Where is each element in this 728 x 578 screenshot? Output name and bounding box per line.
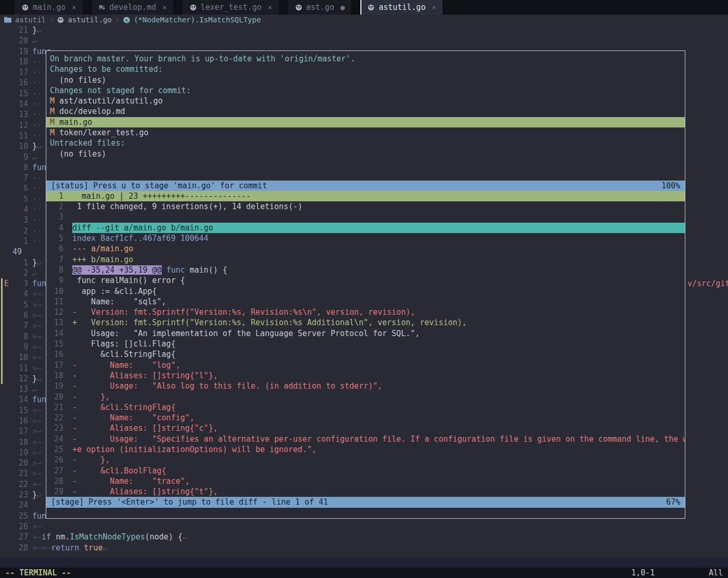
diff-line: 3	[46, 212, 685, 222]
diff-preview-window[interactable]: 1 main.go | 23 +++++++++--------------2 …	[46, 191, 685, 497]
text-segment: ↵	[37, 490, 42, 499]
text-segment: ↵	[32, 36, 37, 45]
line-text: »—	[28, 332, 42, 341]
text-segment: - Name: "config",	[72, 413, 194, 422]
text-segment	[162, 265, 166, 275]
text-segment: true	[84, 543, 102, 553]
line-text: »—	[28, 342, 42, 352]
text-segment: »—	[32, 522, 42, 531]
diff-line-number: 4	[46, 223, 63, 233]
statusline: astutil.go	[0, 557, 728, 568]
text-segment: main() {	[185, 265, 227, 275]
diff-line: 4diff --git a/main.go b/main.go	[46, 223, 685, 233]
text-segment: »—	[32, 438, 42, 447]
text-segment: return	[51, 543, 84, 553]
git-status-row	[46, 170, 685, 180]
line-text: »—	[28, 416, 42, 426]
git-change-bar	[1, 300, 3, 310]
diff-line-text: - Aliases: []string{"c"},	[72, 423, 685, 433]
line-number: 15	[11, 88, 28, 99]
line-number: 5	[11, 300, 28, 310]
line-text: ↵	[28, 384, 37, 394]
folder-icon	[4, 17, 11, 23]
text-segment: »—	[32, 458, 42, 468]
close-icon[interactable]: ×	[432, 3, 436, 11]
git-status-window[interactable]: On branch master. Your branch is up-to-d…	[46, 51, 685, 181]
tab-astutil.go[interactable]: astutil.go×	[360, 0, 443, 15]
line-text: »—	[28, 458, 42, 468]
text-segment: ··	[32, 184, 42, 193]
text-segment: ··	[32, 78, 42, 87]
line-text: ↵	[28, 152, 37, 162]
text-segment: M	[50, 96, 55, 106]
text-segment: ↵	[183, 532, 187, 542]
git-status-row: M ast/astutil/astutil.go	[46, 96, 685, 106]
close-icon[interactable]: ×	[162, 3, 166, 11]
diff-line-number: 14	[46, 328, 63, 339]
close-icon[interactable]: ×	[72, 3, 76, 11]
close-icon[interactable]: ×	[268, 3, 272, 11]
text-segment: - Name: "trace",	[72, 477, 190, 486]
tabbar: main.go×M↓develop.md×lexer_test.go×ast.g…	[0, 0, 728, 15]
breadcrumb-project[interactable]: astutil	[15, 16, 46, 24]
line-text: ··	[28, 195, 42, 204]
diff-line: 8@@ -35,24 +35,19 @@ func main() {	[46, 265, 685, 275]
tab-lexer_test.go[interactable]: lexer_test.go×	[183, 0, 279, 15]
line-number: 16	[11, 416, 28, 426]
modified-dot-icon[interactable]: ●	[341, 3, 345, 11]
diff-line-text: 1 file changed, 9 insertions(+), 14 dele…	[72, 201, 685, 212]
diff-line-number: 22	[46, 413, 63, 423]
text-segment: ··	[32, 237, 42, 246]
diff-line: 24- Usage: "Specifies an alternative per…	[46, 434, 685, 444]
diff-line-text: &cli.StringFlag{	[72, 349, 685, 359]
diff-line: 28- Name: "trace",	[46, 476, 685, 486]
diff-line-number: 17	[46, 360, 63, 370]
diff-line: 14 Usage: "An implementation of the Lang…	[46, 328, 685, 339]
diff-line-number: 26	[46, 455, 63, 465]
diff-line-number: 5	[46, 233, 63, 243]
line-text: ··	[28, 68, 42, 77]
clipped-line-fragment: v/src/git	[687, 278, 728, 289]
line-number: 28	[11, 543, 28, 553]
diff-line-number: 20	[46, 392, 63, 402]
line-number: 19	[11, 447, 28, 458]
line-number: 12	[11, 120, 28, 131]
diff-line-number: 13	[46, 317, 63, 328]
line-text: ··	[28, 237, 42, 246]
text-segment: ··	[32, 89, 42, 98]
breadcrumb-symbol[interactable]: (*NodeMatcher).IsMatchSQLType	[134, 16, 261, 24]
diff-window-statusline: [stage] Press '<Enter>' to jump to file …	[46, 497, 685, 507]
diff-line-text: main.go | 23 +++++++++--------------	[72, 191, 685, 201]
text-segment: ↵	[37, 374, 42, 383]
diff-line-number: 7	[46, 254, 63, 265]
line-text: ··	[28, 121, 42, 130]
tab-label: develop.md	[109, 3, 156, 12]
tab-main.go[interactable]: main.go×	[15, 0, 83, 15]
diff-line-text: - },	[72, 455, 685, 465]
diff-line-number: 23	[46, 423, 63, 433]
diff-line: 12- Version: fmt.Sprintf("Version:%s, Re…	[46, 307, 685, 317]
text-segment: On branch master. Your branch is up-to-d…	[50, 54, 355, 63]
diff-line-number: 6	[46, 243, 63, 254]
line-text: }↵	[28, 142, 42, 151]
breadcrumb-file[interactable]: astutil.go	[68, 16, 111, 24]
diff-line-text: Usage: "An implementation of the Languag…	[72, 328, 685, 339]
diff-line-text: +++ b/main.go	[72, 254, 685, 265]
line-number: 17	[11, 426, 28, 436]
tab-ast.go[interactable]: ast.go●	[288, 0, 352, 15]
text-segment: - Aliases: []string{"c"},	[72, 423, 218, 433]
editor-line: 20↵	[0, 35, 728, 46]
status-window-statusline: [status] Press u to stage 'main.go' for …	[46, 181, 685, 191]
diff-line-text: - &cli.StringFlag{	[72, 402, 685, 413]
text-segment: (no files)	[50, 149, 106, 159]
text-segment: Changes not staged for commit:	[50, 86, 191, 95]
line-text: »—	[28, 311, 42, 320]
diff-line-text: - Name: "log",	[72, 360, 685, 370]
tab-develop.md[interactable]: M↓develop.md×	[92, 0, 173, 15]
line-text: ··	[28, 215, 42, 225]
line-number: 27	[11, 532, 28, 542]
diff-line-text: - Aliases: []string{"l"},	[72, 370, 685, 381]
text-segment: - Usage: "Also log to this file. (in add…	[72, 381, 382, 391]
line-text: »—	[28, 448, 42, 457]
line-text: ··	[28, 131, 42, 140]
